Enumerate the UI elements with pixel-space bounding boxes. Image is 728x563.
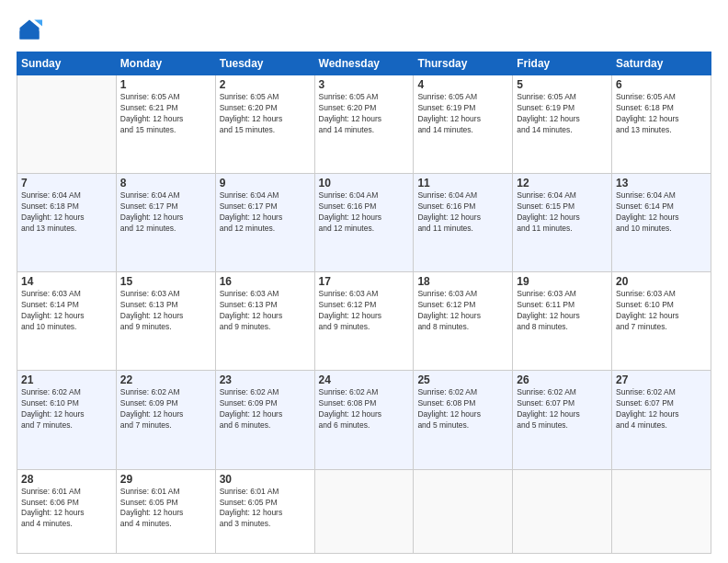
day-info: Sunrise: 6:05 AMSunset: 6:19 PMDaylight:… xyxy=(517,92,608,136)
day-info: Sunrise: 6:02 AMSunset: 6:09 PMDaylight:… xyxy=(120,387,211,431)
day-number: 30 xyxy=(220,473,311,486)
weekday-header-wednesday: Wednesday xyxy=(314,52,414,75)
day-number: 20 xyxy=(616,275,707,288)
calendar-cell: 12Sunrise: 6:04 AMSunset: 6:15 PMDayligh… xyxy=(513,174,612,272)
day-number: 5 xyxy=(517,78,608,91)
calendar-cell: 20Sunrise: 6:03 AMSunset: 6:10 PMDayligh… xyxy=(612,272,711,371)
calendar-cell: 2Sunrise: 6:05 AMSunset: 6:20 PMDaylight… xyxy=(215,75,314,174)
calendar-table: SundayMondayTuesdayWednesdayThursdayFrid… xyxy=(17,52,711,554)
day-info: Sunrise: 6:02 AMSunset: 6:09 PMDaylight:… xyxy=(220,387,311,431)
day-info: Sunrise: 6:03 AMSunset: 6:10 PMDaylight:… xyxy=(616,289,707,333)
calendar-cell: 5Sunrise: 6:05 AMSunset: 6:19 PMDaylight… xyxy=(513,75,612,174)
day-info: Sunrise: 6:01 AMSunset: 6:05 PMDaylight:… xyxy=(220,487,311,531)
weekday-header-sunday: Sunday xyxy=(17,52,117,75)
day-info: Sunrise: 6:04 AMSunset: 6:15 PMDaylight:… xyxy=(517,190,608,235)
calendar-cell: 29Sunrise: 6:01 AMSunset: 6:05 PMDayligh… xyxy=(116,469,215,553)
day-number: 3 xyxy=(319,78,410,91)
calendar-cell: 9Sunrise: 6:04 AMSunset: 6:17 PMDaylight… xyxy=(215,174,314,272)
calendar-cell: 23Sunrise: 6:02 AMSunset: 6:09 PMDayligh… xyxy=(215,371,314,469)
day-number: 1 xyxy=(120,78,211,91)
calendar-cell: 16Sunrise: 6:03 AMSunset: 6:13 PMDayligh… xyxy=(215,272,314,371)
day-number: 22 xyxy=(120,373,211,386)
day-number: 4 xyxy=(417,78,508,91)
day-info: Sunrise: 6:05 AMSunset: 6:20 PMDaylight:… xyxy=(220,92,311,136)
day-info: Sunrise: 6:05 AMSunset: 6:21 PMDaylight:… xyxy=(120,92,211,136)
calendar-week-row: 1Sunrise: 6:05 AMSunset: 6:21 PMDaylight… xyxy=(17,75,711,174)
day-info: Sunrise: 6:05 AMSunset: 6:18 PMDaylight:… xyxy=(616,92,707,136)
day-info: Sunrise: 6:03 AMSunset: 6:12 PMDaylight:… xyxy=(319,289,410,333)
svg-rect-2 xyxy=(20,31,40,40)
calendar-cell: 1Sunrise: 6:05 AMSunset: 6:21 PMDaylight… xyxy=(116,75,215,174)
page: SundayMondayTuesdayWednesdayThursdayFrid… xyxy=(0,0,728,563)
calendar-cell: 17Sunrise: 6:03 AMSunset: 6:12 PMDayligh… xyxy=(314,272,414,371)
calendar-cell: 14Sunrise: 6:03 AMSunset: 6:14 PMDayligh… xyxy=(17,272,117,371)
day-info: Sunrise: 6:04 AMSunset: 6:14 PMDaylight:… xyxy=(616,190,707,235)
day-info: Sunrise: 6:02 AMSunset: 6:07 PMDaylight:… xyxy=(517,387,608,431)
calendar-cell: 8Sunrise: 6:04 AMSunset: 6:17 PMDaylight… xyxy=(116,174,215,272)
calendar-cell: 25Sunrise: 6:02 AMSunset: 6:08 PMDayligh… xyxy=(414,371,513,469)
day-number: 28 xyxy=(21,473,112,486)
day-info: Sunrise: 6:02 AMSunset: 6:08 PMDaylight:… xyxy=(319,387,410,431)
weekday-header-tuesday: Tuesday xyxy=(215,52,314,75)
calendar-week-row: 7Sunrise: 6:04 AMSunset: 6:18 PMDaylight… xyxy=(17,174,711,272)
calendar-cell: 4Sunrise: 6:05 AMSunset: 6:19 PMDaylight… xyxy=(414,75,513,174)
day-info: Sunrise: 6:03 AMSunset: 6:13 PMDaylight:… xyxy=(120,289,211,333)
calendar-cell: 13Sunrise: 6:04 AMSunset: 6:14 PMDayligh… xyxy=(612,174,711,272)
day-info: Sunrise: 6:05 AMSunset: 6:19 PMDaylight:… xyxy=(417,92,508,136)
calendar-cell: 22Sunrise: 6:02 AMSunset: 6:09 PMDayligh… xyxy=(116,371,215,469)
day-number: 17 xyxy=(319,275,410,288)
day-info: Sunrise: 6:03 AMSunset: 6:11 PMDaylight:… xyxy=(517,289,608,333)
weekday-header-saturday: Saturday xyxy=(612,52,711,75)
day-number: 26 xyxy=(517,373,608,386)
day-number: 25 xyxy=(417,373,508,386)
day-info: Sunrise: 6:03 AMSunset: 6:14 PMDaylight:… xyxy=(21,289,112,333)
day-number: 16 xyxy=(220,275,311,288)
calendar-cell: 18Sunrise: 6:03 AMSunset: 6:12 PMDayligh… xyxy=(414,272,513,371)
day-info: Sunrise: 6:01 AMSunset: 6:06 PMDaylight:… xyxy=(21,487,112,531)
calendar-cell: 27Sunrise: 6:02 AMSunset: 6:07 PMDayligh… xyxy=(612,371,711,469)
logo xyxy=(17,17,46,42)
day-number: 23 xyxy=(220,373,311,386)
day-number: 11 xyxy=(417,177,508,190)
calendar-cell: 3Sunrise: 6:05 AMSunset: 6:20 PMDaylight… xyxy=(314,75,414,174)
calendar-cell xyxy=(414,469,513,553)
day-info: Sunrise: 6:04 AMSunset: 6:17 PMDaylight:… xyxy=(220,190,311,235)
day-number: 2 xyxy=(220,78,311,91)
day-info: Sunrise: 6:02 AMSunset: 6:10 PMDaylight:… xyxy=(21,387,112,431)
day-info: Sunrise: 6:03 AMSunset: 6:12 PMDaylight:… xyxy=(417,289,508,333)
day-info: Sunrise: 6:04 AMSunset: 6:16 PMDaylight:… xyxy=(417,190,508,235)
calendar-cell xyxy=(612,469,711,553)
calendar-body: 1Sunrise: 6:05 AMSunset: 6:21 PMDaylight… xyxy=(17,75,711,554)
calendar-cell: 19Sunrise: 6:03 AMSunset: 6:11 PMDayligh… xyxy=(513,272,612,371)
calendar-week-row: 14Sunrise: 6:03 AMSunset: 6:14 PMDayligh… xyxy=(17,272,711,371)
calendar-cell xyxy=(314,469,414,553)
day-number: 8 xyxy=(120,177,211,190)
day-number: 18 xyxy=(417,275,508,288)
logo-icon xyxy=(17,17,42,42)
calendar-cell: 6Sunrise: 6:05 AMSunset: 6:18 PMDaylight… xyxy=(612,75,711,174)
header xyxy=(17,17,711,42)
day-number: 19 xyxy=(517,275,608,288)
day-info: Sunrise: 6:04 AMSunset: 6:16 PMDaylight:… xyxy=(319,190,410,235)
weekday-header-monday: Monday xyxy=(116,52,215,75)
calendar-cell: 26Sunrise: 6:02 AMSunset: 6:07 PMDayligh… xyxy=(513,371,612,469)
calendar-cell: 11Sunrise: 6:04 AMSunset: 6:16 PMDayligh… xyxy=(414,174,513,272)
calendar-cell: 15Sunrise: 6:03 AMSunset: 6:13 PMDayligh… xyxy=(116,272,215,371)
calendar-week-row: 21Sunrise: 6:02 AMSunset: 6:10 PMDayligh… xyxy=(17,371,711,469)
day-info: Sunrise: 6:04 AMSunset: 6:17 PMDaylight:… xyxy=(120,190,211,235)
calendar-cell: 28Sunrise: 6:01 AMSunset: 6:06 PMDayligh… xyxy=(17,469,117,553)
day-number: 14 xyxy=(21,275,112,288)
weekday-header-row: SundayMondayTuesdayWednesdayThursdayFrid… xyxy=(17,52,711,75)
day-number: 15 xyxy=(120,275,211,288)
calendar-cell xyxy=(513,469,612,553)
day-info: Sunrise: 6:05 AMSunset: 6:20 PMDaylight:… xyxy=(319,92,410,136)
day-info: Sunrise: 6:02 AMSunset: 6:08 PMDaylight:… xyxy=(417,387,508,431)
calendar-header: SundayMondayTuesdayWednesdayThursdayFrid… xyxy=(17,52,711,75)
calendar-cell: 21Sunrise: 6:02 AMSunset: 6:10 PMDayligh… xyxy=(17,371,117,469)
day-number: 24 xyxy=(319,373,410,386)
day-number: 29 xyxy=(120,473,211,486)
calendar-cell xyxy=(17,75,117,174)
day-number: 10 xyxy=(319,177,410,190)
weekday-header-friday: Friday xyxy=(513,52,612,75)
day-number: 21 xyxy=(21,373,112,386)
